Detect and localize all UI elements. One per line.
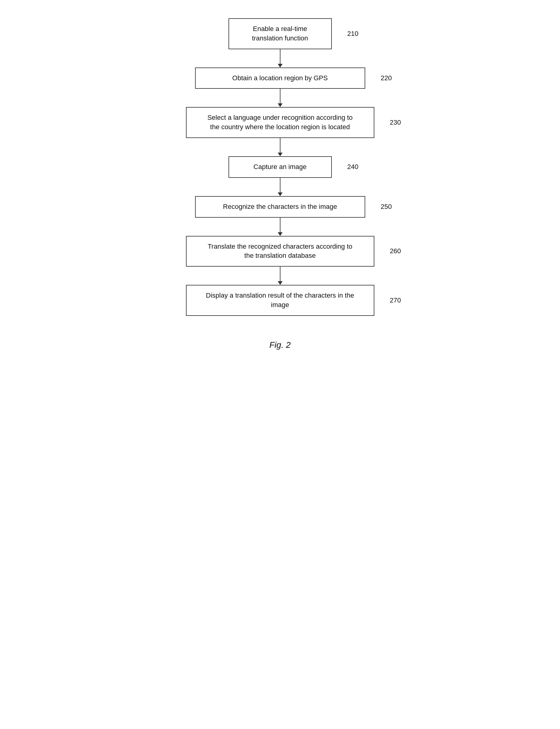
box-210-text: Enable a real-timetranslation function xyxy=(252,25,308,42)
flow-row-230: Select a language under recognition acco… xyxy=(143,107,417,138)
flow-row-240: Capture an image 240 xyxy=(143,156,417,178)
flow-row-260: Translate the recognized characters acco… xyxy=(143,236,417,267)
arrow-5 xyxy=(277,218,283,236)
box-220-text: Obtain a location region by GPS xyxy=(232,74,328,82)
box-260: Translate the recognized characters acco… xyxy=(186,236,374,267)
flow-row-220: Obtain a location region by GPS 220 xyxy=(143,67,417,89)
arrow-1 xyxy=(277,49,283,67)
figure-label: Fig. 2 xyxy=(269,340,290,350)
box-220: Obtain a location region by GPS 220 xyxy=(195,67,365,89)
box-270: Display a translation result of the char… xyxy=(186,285,374,316)
label-210: 210 xyxy=(347,29,359,38)
arrow-line-4 xyxy=(280,178,280,192)
box-250-text: Recognize the characters in the image xyxy=(223,203,337,210)
label-240: 240 xyxy=(347,162,359,172)
arrow-head-1 xyxy=(278,64,283,67)
label-260: 260 xyxy=(390,246,401,256)
figure-title-text: Fig. 2 xyxy=(269,340,290,349)
arrow-6 xyxy=(277,266,283,285)
box-260-text: Translate the recognized characters acco… xyxy=(208,242,352,260)
arrow-2 xyxy=(277,89,283,107)
flow-row-210: Enable a real-timetranslation function 2… xyxy=(143,18,417,49)
label-230: 230 xyxy=(390,118,401,127)
arrow-head-3 xyxy=(278,153,283,156)
arrow-line-5 xyxy=(280,218,280,232)
label-270: 270 xyxy=(390,296,401,305)
box-250: Recognize the characters in the image 25… xyxy=(195,196,365,218)
arrow-line-1 xyxy=(280,49,280,64)
flow-row-270: Display a translation result of the char… xyxy=(143,285,417,316)
box-230: Select a language under recognition acco… xyxy=(186,107,374,138)
arrow-head-5 xyxy=(278,232,283,236)
arrow-head-2 xyxy=(278,103,283,107)
arrow-3 xyxy=(277,138,283,156)
box-230-text: Select a language under recognition acco… xyxy=(207,114,352,131)
label-220: 220 xyxy=(381,74,392,83)
box-240: Capture an image 240 xyxy=(228,156,332,178)
flow-row-250: Recognize the characters in the image 25… xyxy=(143,196,417,218)
arrow-line-3 xyxy=(280,138,280,153)
box-270-text: Display a translation result of the char… xyxy=(206,291,354,308)
arrow-line-6 xyxy=(280,266,280,281)
arrow-head-4 xyxy=(278,192,283,196)
box-210: Enable a real-timetranslation function 2… xyxy=(228,18,332,49)
arrow-head-6 xyxy=(278,281,283,285)
arrow-line-2 xyxy=(280,89,280,103)
diagram-container: Enable a real-timetranslation function 2… xyxy=(143,18,417,350)
box-240-text: Capture an image xyxy=(253,163,307,170)
label-250: 250 xyxy=(381,202,392,211)
arrow-4 xyxy=(277,178,283,196)
